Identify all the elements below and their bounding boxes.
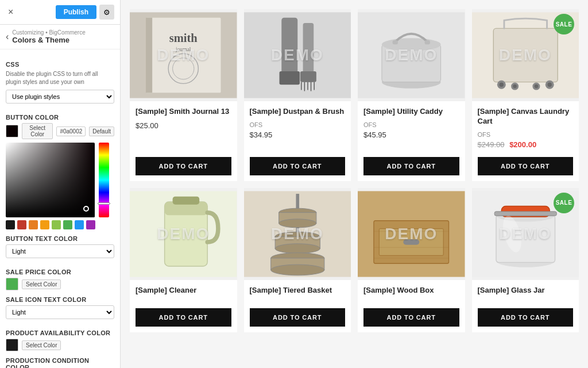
sale-price-color-swatch xyxy=(6,278,18,290)
nav-title-block: Customizing • BigCommerce Colors & Theme xyxy=(12,29,85,44)
add-to-cart-4[interactable]: ADD TO CART xyxy=(478,157,574,175)
sale-badge-4: SALE xyxy=(554,14,574,34)
sale-icon-text-color-select[interactable]: Light Dark xyxy=(6,305,114,319)
product-info-7: [Sample] Wood Box xyxy=(358,280,465,304)
swatch-blue[interactable] xyxy=(75,220,84,229)
product-availability-swatch xyxy=(6,339,18,351)
swatch-lightgreen[interactable] xyxy=(52,220,61,229)
svg-point-28 xyxy=(547,83,551,87)
svg-rect-36 xyxy=(173,197,200,205)
svg-rect-22 xyxy=(425,40,430,44)
sidebar-body: CSS Disable the plugin CSS to turn off a… xyxy=(0,49,120,368)
product-image-wrap-2: DEMO xyxy=(244,9,351,101)
swatch-green[interactable] xyxy=(63,220,72,229)
css-section-label: CSS xyxy=(6,61,114,68)
product-image-wrap-5: DEMO xyxy=(130,188,237,280)
product-info-8: [Sample] Glass Jar xyxy=(472,280,579,304)
page-title: Colors & Theme xyxy=(12,36,85,44)
product-name-4: [Sample] Canvas Laundry Cart xyxy=(478,107,574,126)
price-sale-4: $200.00 xyxy=(509,140,536,149)
button-color-label: Button Color xyxy=(6,114,114,121)
product-price-3: $45.95 xyxy=(363,131,459,139)
product-name-7: [Sample] Wood Box xyxy=(363,286,459,296)
product-name-1: [Sample] Smith Journal 13 xyxy=(136,107,231,117)
color-picker xyxy=(6,143,114,229)
product-image-wrap-4: DEMO SALE xyxy=(472,9,579,101)
svg-point-47 xyxy=(270,264,324,275)
svg-point-20 xyxy=(382,38,441,51)
sidebar-header: × Publish ⚙ xyxy=(0,0,120,25)
sale-icon-text-color-label: Sale Icon Text Color xyxy=(6,296,114,303)
product-image-cleaner xyxy=(130,188,237,280)
color-gradient-handle[interactable] xyxy=(83,206,89,212)
product-info-1: [Sample] Smith Journal 13 $25.00 xyxy=(130,101,237,152)
product-info-2: [Sample] Dustpan & Brush OFS $34.95 xyxy=(244,101,351,152)
color-swatches-row xyxy=(6,220,114,229)
swatch-orange[interactable] xyxy=(29,220,38,229)
add-to-cart-8[interactable]: ADD TO CART xyxy=(478,308,574,327)
svg-text:journal: journal xyxy=(175,47,191,52)
svg-point-32 xyxy=(534,85,538,89)
close-button[interactable]: × xyxy=(6,5,16,20)
sale-price-color-label: Sale Price Color xyxy=(6,269,114,275)
product-card-5: DEMO [Sample] Cleaner ADD TO CART xyxy=(130,188,237,332)
product-ofs-4: OFS xyxy=(478,131,574,138)
svg-point-26 xyxy=(499,83,503,87)
add-to-cart-2[interactable]: ADD TO CART xyxy=(250,157,346,175)
product-image-wrap-8: DEMO SALE xyxy=(472,188,579,280)
product-name-8: [Sample] Glass Jar xyxy=(478,286,574,296)
button-color-row: Select Color #0a0002 Default xyxy=(6,123,114,139)
product-card-7: DEMO [Sample] Wood Box ADD TO CART xyxy=(358,188,465,332)
back-button[interactable]: ‹ xyxy=(6,32,9,42)
button-text-color-select[interactable]: Light Dark xyxy=(6,244,114,258)
product-image-caddy xyxy=(358,9,465,101)
svg-rect-24 xyxy=(493,28,558,82)
product-image-journal: smith journal xyxy=(130,9,237,101)
product-card-8: DEMO SALE [Sample] Glass Jar ADD TO CART xyxy=(472,188,579,332)
svg-rect-2 xyxy=(146,18,152,93)
hue-slider[interactable] xyxy=(99,143,109,217)
product-image-basket xyxy=(244,188,351,280)
plugin-styles-select[interactable]: Use plugin styles Disable plugin styles xyxy=(6,90,114,103)
product-card-1: smith journal DEMO [Sample] Smith Journa… xyxy=(130,9,237,181)
color-gradient[interactable] xyxy=(6,143,95,217)
product-price-2: $34.95 xyxy=(250,131,346,139)
sale-price-color-row: Select Color xyxy=(6,278,114,290)
button-color-default-btn[interactable]: Default xyxy=(89,126,114,136)
svg-rect-60 xyxy=(494,212,556,216)
product-info-5: [Sample] Cleaner xyxy=(130,280,237,304)
products-grid: smith journal DEMO [Sample] Smith Journa… xyxy=(130,9,579,332)
add-to-cart-1[interactable]: ADD TO CART xyxy=(136,157,231,175)
add-to-cart-5[interactable]: ADD TO CART xyxy=(136,308,231,327)
add-to-cart-3[interactable]: ADD TO CART xyxy=(363,157,459,175)
publish-button[interactable]: Publish xyxy=(56,5,96,19)
product-image-wrap-7: DEMO xyxy=(358,188,465,280)
breadcrumb: Customizing • BigCommerce xyxy=(12,29,85,36)
header-actions: Publish ⚙ xyxy=(56,5,114,20)
swatch-red[interactable] xyxy=(17,220,26,229)
swatch-black[interactable] xyxy=(6,220,15,229)
product-ofs-2: OFS xyxy=(250,121,346,128)
svg-rect-1 xyxy=(146,18,221,93)
product-info-3: [Sample] Utility Caddy OFS $45.95 xyxy=(358,101,465,152)
add-to-cart-7[interactable]: ADD TO CART xyxy=(363,308,459,327)
product-availability-color-row: Select Color xyxy=(6,339,114,351)
product-availability-select-btn[interactable]: Select Color xyxy=(22,340,61,350)
price-original-4: $249.00 xyxy=(478,140,505,149)
sale-badge-8: SALE xyxy=(554,193,574,213)
product-name-2: [Sample] Dustpan & Brush xyxy=(250,107,346,117)
product-card-2: DEMO [Sample] Dustpan & Brush OFS $34.95… xyxy=(244,9,351,181)
gear-button[interactable]: ⚙ xyxy=(99,5,114,20)
swatch-yellow[interactable] xyxy=(40,220,49,229)
sale-price-select-btn[interactable]: Select Color xyxy=(22,279,61,289)
svg-rect-21 xyxy=(393,40,398,44)
add-to-cart-6[interactable]: ADD TO CART xyxy=(250,308,346,327)
product-price-4: $249.00 $200.00 xyxy=(478,140,574,149)
product-image-wrap-1: smith journal DEMO xyxy=(130,9,237,101)
button-color-select-btn[interactable]: Select Color xyxy=(22,123,53,139)
svg-point-41 xyxy=(278,219,316,228)
swatch-purple[interactable] xyxy=(86,220,95,229)
main-content: smith journal DEMO [Sample] Smith Journa… xyxy=(121,0,588,368)
product-image-dustpan xyxy=(244,9,351,101)
product-price-1: $25.00 xyxy=(136,121,231,130)
